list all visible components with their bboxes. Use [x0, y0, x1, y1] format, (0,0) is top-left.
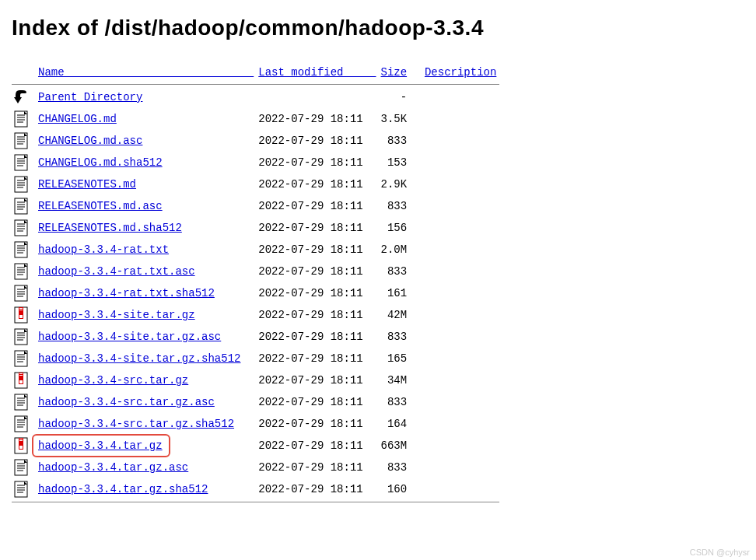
file-link[interactable]: hadoop-3.3.4-src.tar.gz [38, 374, 188, 387]
file-description [410, 326, 499, 348]
file-description [410, 369, 499, 391]
file-name: hadoop-3.3.4-site.tar.gz [37, 304, 257, 326]
table-row: hadoop-3.3.4-site.tar.gz.sha512 2022-07-… [12, 348, 499, 369]
table-row: CHANGELOG.md 2022-07-29 18:11 3.5K [12, 108, 499, 130]
file-description [410, 304, 499, 326]
text-file-icon [12, 348, 37, 369]
text-file-icon [12, 217, 37, 239]
file-link[interactable]: Parent Directory [38, 91, 142, 103]
file-link[interactable]: hadoop-3.3.4-src.tar.gz.asc [38, 396, 215, 408]
text-file-icon [12, 326, 37, 348]
table-row: Parent Directory - [12, 86, 499, 108]
file-size: 833 [380, 326, 411, 348]
file-link[interactable]: CHANGELOG.md.sha512 [38, 156, 163, 169]
file-size: 663M [380, 435, 411, 457]
file-link[interactable]: RELEASENOTES.md [38, 178, 136, 191]
text-file-icon [12, 413, 37, 435]
file-modified: 2022-07-29 18:11 [257, 435, 379, 457]
file-modified: 2022-07-29 18:11 [257, 239, 379, 261]
table-row: hadoop-3.3.4.tar.gz.asc 2022-07-29 18:11… [12, 457, 499, 478]
file-name: hadoop-3.3.4-src.tar.gz [37, 369, 257, 391]
text-file-icon [12, 391, 37, 413]
blank-icon [12, 64, 37, 82]
file-link[interactable]: hadoop-3.3.4-site.tar.gz.sha512 [38, 352, 240, 365]
text-file-icon [12, 282, 37, 304]
file-size: 833 [380, 457, 411, 478]
table-row: RELEASENOTES.md 2022-07-29 18:11 2.9K [12, 173, 499, 195]
file-link[interactable]: RELEASENOTES.md.asc [38, 200, 163, 212]
file-size: 161 [380, 282, 411, 304]
file-modified: 2022-07-29 18:11 [257, 173, 379, 195]
file-name: hadoop-3.3.4-src.tar.gz.sha512 [37, 413, 257, 435]
file-modified: 2022-07-29 18:11 [257, 348, 379, 369]
file-modified: 2022-07-29 18:11 [257, 261, 379, 282]
file-description [410, 457, 499, 478]
file-size: 165 [380, 348, 411, 369]
text-file-icon [12, 108, 37, 130]
file-description [410, 217, 499, 239]
col-name[interactable]: Name [37, 64, 257, 82]
file-size: 3.5K [380, 108, 411, 130]
file-link[interactable]: hadoop-3.3.4-rat.txt.sha512 [38, 287, 215, 299]
file-name: hadoop-3.3.4-rat.txt [37, 239, 257, 261]
file-size: 833 [380, 195, 411, 217]
file-size: 153 [380, 152, 411, 173]
file-link[interactable]: hadoop-3.3.4-site.tar.gz [38, 309, 195, 321]
file-link[interactable]: hadoop-3.3.4.tar.gz.asc [38, 461, 188, 474]
file-description [410, 413, 499, 435]
file-modified: 2022-07-29 18:11 [257, 413, 379, 435]
archive-icon [12, 369, 37, 391]
text-file-icon [12, 130, 37, 152]
file-description [410, 195, 499, 217]
table-row: RELEASENOTES.md.asc 2022-07-29 18:11 833 [12, 195, 499, 217]
archive-icon [12, 435, 37, 457]
file-size: 833 [380, 130, 411, 152]
file-name: CHANGELOG.md [37, 108, 257, 130]
file-description [410, 282, 499, 304]
archive-icon [12, 304, 37, 326]
file-link[interactable]: hadoop-3.3.4-rat.txt.asc [38, 265, 195, 278]
text-file-icon [12, 457, 37, 478]
table-row: hadoop-3.3.4.tar.gz.sha512 2022-07-29 18… [12, 478, 499, 500]
file-listing-table: Name Last modified Size DescriptionParen… [12, 64, 499, 504]
file-modified: 2022-07-29 18:11 [257, 130, 379, 152]
col-modified[interactable]: Last modified [257, 64, 379, 82]
table-row: hadoop-3.3.4-site.tar.gz.asc 2022-07-29 … [12, 326, 499, 348]
file-name: hadoop-3.3.4.tar.gz.asc [37, 457, 257, 478]
file-link[interactable]: hadoop-3.3.4-src.tar.gz.sha512 [38, 418, 234, 430]
file-name: CHANGELOG.md.asc [37, 130, 257, 152]
col-size[interactable]: Size [380, 64, 411, 82]
file-name: CHANGELOG.md.sha512 [37, 152, 257, 173]
file-modified: 2022-07-29 18:11 [257, 391, 379, 413]
col-description[interactable]: Description [410, 64, 499, 82]
file-size: 2.9K [380, 173, 411, 195]
file-name: hadoop-3.3.4-site.tar.gz.asc [37, 326, 257, 348]
file-modified: 2022-07-29 18:11 [257, 304, 379, 326]
table-row: hadoop-3.3.4-src.tar.gz.sha512 2022-07-2… [12, 413, 499, 435]
file-name: hadoop-3.3.4-rat.txt.sha512 [37, 282, 257, 304]
file-name: Parent Directory [37, 86, 257, 108]
table-row: hadoop-3.3.4-rat.txt 2022-07-29 18:11 2.… [12, 239, 499, 261]
file-size: 160 [380, 478, 411, 500]
file-description [410, 261, 499, 282]
file-size: 34M [380, 369, 411, 391]
file-name: hadoop-3.3.4-src.tar.gz.asc [37, 391, 257, 413]
file-link[interactable]: hadoop-3.3.4-rat.txt [38, 243, 169, 256]
file-modified: 2022-07-29 18:11 [257, 152, 379, 173]
file-link[interactable]: hadoop-3.3.4-site.tar.gz.asc [38, 331, 221, 343]
table-row: RELEASENOTES.md.sha512 2022-07-29 18:11 … [12, 217, 499, 239]
file-link[interactable]: hadoop-3.3.4.tar.gz [38, 439, 163, 452]
table-row: hadoop-3.3.4-src.tar.gz 2022-07-29 18:11… [12, 369, 499, 391]
file-link[interactable]: hadoop-3.3.4.tar.gz.sha512 [38, 483, 208, 495]
file-description [410, 391, 499, 413]
file-link[interactable]: CHANGELOG.md [38, 113, 117, 125]
file-modified: 2022-07-29 18:11 [257, 478, 379, 500]
file-link[interactable]: RELEASENOTES.md.sha512 [38, 222, 182, 234]
file-modified: 2022-07-29 18:11 [257, 195, 379, 217]
page-title: Index of /dist/hadoop/common/hadoop-3.3.… [12, 16, 744, 40]
text-file-icon [12, 239, 37, 261]
file-description [410, 108, 499, 130]
table-row: CHANGELOG.md.sha512 2022-07-29 18:11 153 [12, 152, 499, 173]
file-link[interactable]: CHANGELOG.md.asc [38, 135, 142, 147]
file-size: 833 [380, 391, 411, 413]
